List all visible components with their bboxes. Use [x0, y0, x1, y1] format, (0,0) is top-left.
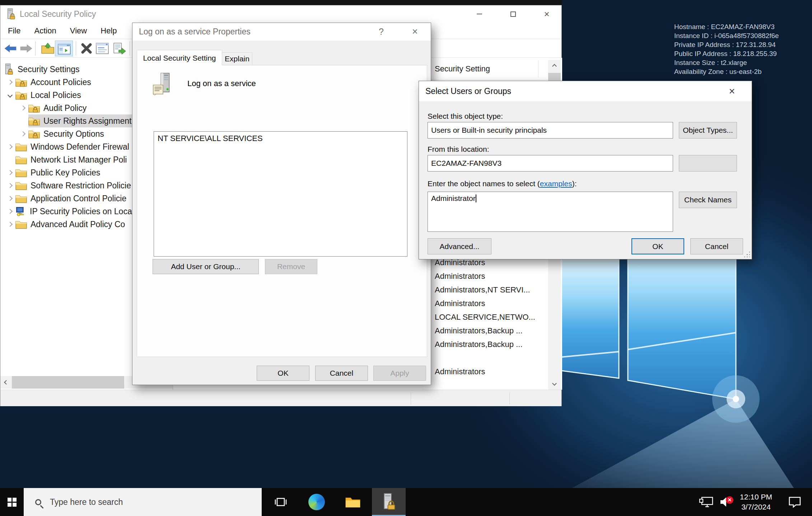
folder-icon [15, 181, 27, 191]
folder-icon [15, 220, 27, 229]
status-bar [0, 390, 561, 406]
network-icon [699, 496, 714, 508]
folder-lock-icon [28, 116, 40, 126]
menu-help[interactable]: Help [95, 23, 122, 39]
taskbar-search-input[interactable]: Type here to search [24, 488, 262, 516]
remove-button[interactable]: Remove [265, 259, 317, 274]
close-icon: × [544, 9, 549, 19]
show-console-tree-button[interactable] [55, 41, 73, 56]
title-bar[interactable]: Local Security Policy × [0, 5, 561, 23]
edge-button[interactable] [304, 488, 329, 516]
list-row[interactable] [421, 351, 539, 365]
close-button[interactable]: × [720, 81, 743, 101]
volume-tray-button[interactable]: ✕ [717, 488, 734, 516]
chevron-right-icon[interactable] [20, 131, 25, 136]
menu-file[interactable]: File [2, 23, 26, 39]
object-names-input[interactable]: Administrator [428, 192, 673, 232]
ok-button[interactable]: OK [257, 366, 309, 381]
resize-grip[interactable] [743, 251, 750, 257]
list-row[interactable]: Administrators,Backup ... [421, 338, 539, 351]
chevron-right-icon[interactable] [8, 222, 13, 227]
tab-local-security-setting[interactable]: Local Security Setting [137, 50, 222, 65]
dialog-title: Select Users or Groups [425, 81, 511, 101]
back-icon[interactable] [4, 42, 17, 55]
locations-button[interactable] [679, 155, 737, 172]
list-row[interactable]: Administrators,NT SERVI... [421, 283, 539, 297]
minimize-button[interactable] [462, 5, 496, 23]
search-icon [35, 499, 41, 505]
advanced-button[interactable]: Advanced... [428, 238, 491, 254]
task-view-button[interactable] [270, 488, 291, 516]
apply-button[interactable]: Apply [373, 366, 426, 381]
ok-button[interactable]: OK [631, 238, 684, 254]
ec2-info-line: Instance ID : i-065a48f5730882f6e [674, 31, 779, 40]
window-title: Local Security Policy [20, 5, 96, 23]
column-divider[interactable] [538, 60, 538, 78]
list-row[interactable]: Administrators [421, 297, 539, 310]
dialog-title-bar[interactable]: Log on as a service Properties ? × [132, 23, 431, 41]
column-header-security-setting[interactable]: Security Setting [435, 58, 490, 80]
local-security-policy-taskbar-button[interactable] [372, 488, 406, 516]
member-entry[interactable]: NT SERVICE\ALL SERVICES [158, 134, 263, 143]
close-button[interactable]: × [405, 23, 425, 41]
examples-link[interactable]: examples [540, 179, 572, 188]
scroll-left-button[interactable] [0, 376, 12, 389]
cancel-button[interactable]: Cancel [690, 238, 743, 254]
chevron-right-icon[interactable] [8, 183, 13, 188]
list-row[interactable]: Administrators [421, 269, 539, 283]
forward-icon[interactable] [20, 42, 33, 55]
from-location-label: From this location: [428, 145, 489, 154]
search-placeholder: Type here to search [50, 497, 123, 507]
status-separator [509, 392, 510, 404]
export-list-icon[interactable] [113, 42, 126, 55]
add-user-or-group-button[interactable]: Add User or Group... [153, 259, 259, 274]
object-types-button[interactable]: Object Types... [679, 122, 737, 139]
chevron-right-icon[interactable] [8, 170, 13, 175]
list-row[interactable]: Administrators [421, 365, 539, 379]
members-list[interactable]: NT SERVICE\ALL SERVICES [154, 131, 407, 257]
delete-icon[interactable] [81, 43, 92, 54]
chevron-right-icon[interactable] [8, 196, 13, 201]
list-row[interactable]: Administrators,Backup ... [421, 324, 539, 338]
windows-start-icon [8, 498, 11, 502]
toolbar-separator [35, 41, 36, 56]
folder-lock-icon [28, 103, 40, 113]
network-tray-button[interactable] [698, 488, 715, 516]
close-button[interactable]: × [530, 5, 564, 23]
export-folder-icon[interactable] [41, 42, 54, 55]
scroll-up-button[interactable] [549, 60, 560, 72]
minimize-icon [477, 14, 482, 14]
object-type-field[interactable]: Users or Built-in security principals [428, 122, 673, 139]
taskbar-clock[interactable]: 12:10 PM 3/7/2024 [736, 492, 776, 512]
help-button[interactable]: ? [372, 23, 390, 41]
toolbar-separator [130, 41, 130, 56]
menu-view[interactable]: View [64, 23, 93, 39]
local-security-policy-icon [6, 8, 15, 20]
list-row[interactable]: LOCAL SERVICE,NETWO... [421, 310, 539, 324]
status-separator [411, 392, 411, 404]
dialog-title-bar[interactable]: Select Users or Groups × [419, 81, 752, 101]
maximize-button[interactable] [496, 5, 530, 23]
chevron-right-icon[interactable] [8, 209, 13, 214]
chevron-right-icon[interactable] [8, 80, 13, 85]
console-lock-icon [3, 64, 14, 75]
chevron-down-icon[interactable] [8, 93, 13, 98]
check-names-button[interactable]: Check Names [679, 192, 737, 208]
folder-icon [15, 155, 27, 165]
start-button[interactable] [0, 488, 24, 516]
dialog-title: Log on as a service Properties [139, 23, 251, 41]
properties-icon[interactable] [96, 42, 109, 55]
cancel-button[interactable]: Cancel [315, 366, 368, 381]
scrollbar-thumb[interactable] [12, 376, 124, 389]
action-center-button[interactable] [785, 488, 805, 516]
chevron-right-icon[interactable] [8, 144, 13, 149]
chevron-right-icon[interactable] [20, 105, 25, 111]
menu-action[interactable]: Action [29, 23, 62, 39]
close-icon: × [412, 26, 418, 37]
tab-explain[interactable]: Explain [222, 52, 252, 65]
file-explorer-button[interactable] [340, 488, 365, 516]
scroll-down-button[interactable] [549, 377, 560, 390]
from-location-field[interactable]: EC2AMAZ-FAN98V3 [428, 155, 673, 172]
toolbar-separator [76, 41, 76, 56]
object-type-label: Select this object type: [428, 112, 503, 121]
